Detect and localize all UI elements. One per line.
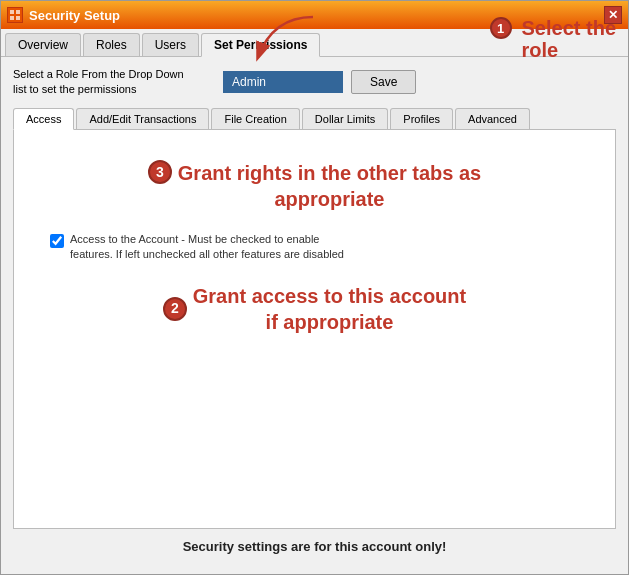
inner-tab-file-creation[interactable]: File Creation (211, 108, 299, 129)
svg-rect-0 (10, 10, 14, 14)
inner-tab-access[interactable]: Access (13, 108, 74, 130)
grant-rights-text: Grant rights in the other tabs as approp… (178, 160, 481, 212)
tab-set-permissions[interactable]: Set Permissions (201, 33, 320, 57)
tab-roles[interactable]: Roles (83, 33, 140, 56)
badge-2: 2 (163, 297, 187, 321)
save-button[interactable]: Save (351, 70, 416, 94)
app-icon (7, 7, 23, 23)
footer-text: Security settings are for this account o… (13, 529, 616, 564)
role-select-row: Select a Role From the Drop Down list to… (13, 67, 616, 98)
select-role-text: Select therole (522, 17, 616, 61)
inner-tab-advanced[interactable]: Advanced (455, 108, 530, 129)
checkbox-row: Access to the Account - Must be checked … (30, 232, 599, 263)
svg-rect-2 (10, 16, 14, 20)
role-dropdown[interactable]: Admin User Guest (223, 71, 343, 93)
grant-rights-annotation: 3 Grant rights in the other tabs as appr… (148, 160, 481, 212)
inner-tab-add-edit[interactable]: Add/Edit Transactions (76, 108, 209, 129)
tab-content-panel: 3 Grant rights in the other tabs as appr… (13, 130, 616, 529)
role-dropdown-wrapper: Admin User Guest Save (223, 70, 416, 94)
svg-rect-3 (16, 16, 20, 20)
inner-tab-dollar-limits[interactable]: Dollar Limits (302, 108, 389, 129)
checkbox-label: Access to the Account - Must be checked … (70, 232, 344, 263)
window: Security Setup ✕ Overview Roles Users Se… (0, 0, 629, 575)
content-area: Select a Role From the Drop Down list to… (1, 57, 628, 574)
inner-tabs: Access Add/Edit Transactions File Creati… (13, 108, 616, 130)
badge-1: 1 (490, 17, 512, 39)
title-bar-left: Security Setup (7, 7, 120, 23)
select-role-annotation: 1 Select therole (490, 17, 616, 61)
tab-users[interactable]: Users (142, 33, 199, 56)
window-title: Security Setup (29, 8, 120, 23)
access-checkbox[interactable] (50, 234, 64, 248)
inner-tab-profiles[interactable]: Profiles (390, 108, 453, 129)
role-select-label: Select a Role From the Drop Down list to… (13, 67, 223, 98)
tab-overview[interactable]: Overview (5, 33, 81, 56)
badge-3: 3 (148, 160, 172, 184)
grant-access-text: Grant access to this account if appropri… (193, 283, 466, 335)
svg-rect-1 (16, 10, 20, 14)
grant-access-annotation: 2 Grant access to this account if approp… (163, 283, 466, 335)
